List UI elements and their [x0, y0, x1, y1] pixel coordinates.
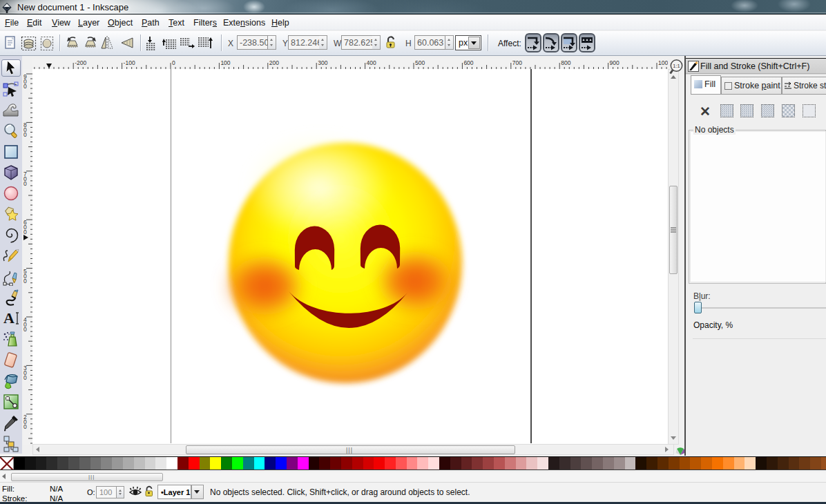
svg-text:300: 300 — [318, 59, 327, 66]
svg-text:400: 400 — [367, 59, 376, 66]
svg-text:600: 600 — [463, 59, 473, 66]
svg-text:1:1: 1:1 — [673, 63, 680, 69]
svg-text:0: 0 — [23, 180, 27, 187]
svg-text:100: 100 — [220, 59, 230, 66]
svg-text:0: 0 — [23, 374, 27, 381]
svg-text:1000: 1000 — [658, 59, 668, 66]
svg-text:800: 800 — [561, 59, 570, 66]
svg-text:0: 0 — [23, 131, 27, 138]
svg-text:0: 0 — [23, 278, 27, 284]
svg-text:200: 200 — [269, 59, 279, 66]
svg-text:A: A — [3, 310, 15, 327]
svg-text:-200: -200 — [75, 59, 86, 66]
svg-text:0: 0 — [23, 423, 27, 430]
svg-text:0: 0 — [23, 326, 27, 333]
svg-text:700: 700 — [512, 59, 522, 66]
svg-text:900: 900 — [610, 59, 620, 66]
svg-text:500: 500 — [415, 59, 425, 66]
svg-text:0: 0 — [23, 83, 27, 90]
svg-text:0: 0 — [172, 59, 175, 66]
svg-text:0: 0 — [23, 229, 27, 235]
svg-text:-100: -100 — [124, 59, 135, 66]
